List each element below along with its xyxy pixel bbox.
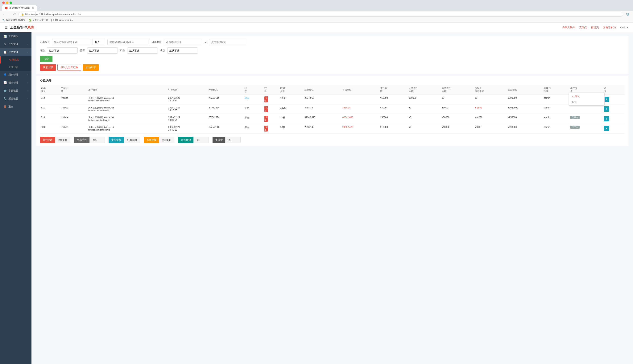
cell-valid: ¥0 bbox=[441, 95, 474, 104]
cell-close-price: 3454.34 bbox=[341, 104, 379, 114]
sidebar-item-logout[interactable]: 🚪 退出 bbox=[0, 103, 32, 111]
table-row: 810 timibbs 天美社区源码网 timibbs.nettimibbs.c… bbox=[40, 114, 624, 124]
tab-close-button[interactable]: ✕ bbox=[32, 6, 34, 10]
trade-table: 订单编号 交易账号 用户姓名 订单时间 产品信息 状态 方向 时间/点数 建仓点… bbox=[40, 85, 624, 134]
valid-value: ¥63000 bbox=[159, 137, 174, 143]
auto-refresh-button[interactable]: 自动刷新 bbox=[83, 64, 99, 71]
bookmark-2-icon: ✅ bbox=[29, 19, 32, 22]
recharge-link[interactable]: 充值(5) bbox=[579, 26, 587, 29]
detail-button[interactable]: ⊞ bbox=[604, 106, 609, 112]
date-end-input[interactable] bbox=[209, 39, 247, 45]
order-no-input[interactable] bbox=[52, 39, 90, 45]
cell-open-price: 2034.066 bbox=[303, 95, 341, 104]
pnl-label: 盈亏统计 bbox=[40, 137, 55, 143]
sidebar-item-users[interactable]: 👤 用户管理 › bbox=[0, 71, 32, 79]
filter-section: 订单编号 客户 全部 订单时间 至 涨跌 bbox=[36, 36, 628, 74]
cell-account: timibbs bbox=[60, 114, 87, 124]
status-label: 状态 bbox=[160, 49, 165, 52]
sidebar-item-system[interactable]: 🔧 系统设置 › bbox=[0, 95, 32, 103]
cell-status: 平仓 bbox=[243, 104, 263, 114]
cell-direction: 买涨 bbox=[263, 114, 279, 124]
entrust-value: ¥113000 bbox=[124, 137, 140, 143]
sidebar-item-params[interactable]: ⚙️ 参数设置 › bbox=[0, 87, 32, 95]
cell-buy-after: ¥1049800 bbox=[507, 104, 543, 114]
trade-order-link[interactable]: 交易订单(1) bbox=[603, 26, 616, 29]
cell-account: timibbs bbox=[60, 95, 87, 104]
rise-fall-select[interactable]: 默认不选 涨 跌 bbox=[47, 48, 78, 54]
table-section: 交易记录 订单编号 交易账号 用户姓名 订单时间 产品信息 状态 方向 时间/点… bbox=[36, 76, 628, 146]
cell-username: 天美社区源码网 timibbs.nettimibbs.com timibbs.v… bbox=[87, 95, 167, 104]
traffic-light-maximize[interactable] bbox=[10, 2, 12, 4]
reload-button[interactable]: ↺ bbox=[12, 12, 17, 16]
bookmark-2[interactable]: ✅ 认准->天美社区 bbox=[29, 18, 48, 22]
cell-buy-after: ¥999950 bbox=[507, 95, 543, 104]
online-count-link[interactable]: 在线人数(0) bbox=[562, 26, 575, 29]
hamburger-menu[interactable]: ☰ bbox=[5, 25, 8, 30]
submenu-flat-log[interactable]: 平仓日志 bbox=[0, 64, 32, 71]
dropdown-default[interactable]: ✓ 默认 bbox=[569, 94, 604, 99]
admin-label: admin bbox=[620, 26, 626, 29]
admin-user[interactable]: admin ▾ bbox=[620, 26, 628, 29]
pnl-negative: ¥-2850 bbox=[475, 106, 482, 109]
dropdown-pnl[interactable]: 盈亏 bbox=[569, 99, 604, 105]
cell-invalid: ¥0 bbox=[408, 104, 441, 114]
cell-username: 天美社区源码网 timibbs.nettimibbs.com timibbs.v… bbox=[87, 124, 167, 134]
bookmark-1[interactable]: 🔧 程序搭建/开发/修复 bbox=[2, 18, 26, 22]
sidebar-item-orders-label: 订单管理 bbox=[9, 50, 18, 54]
withdraw-link[interactable]: 提现(7) bbox=[591, 26, 599, 29]
summary-fee: 手续费 ¥0 bbox=[212, 137, 241, 143]
cell-order-time: 2024-02-2918:14:36 bbox=[167, 95, 208, 104]
traffic-light-close[interactable] bbox=[2, 2, 5, 4]
bookmark-3-icon: 💬 bbox=[51, 19, 54, 22]
status-select[interactable]: 默认不选 建仓 平仓 bbox=[167, 48, 198, 54]
detail-button[interactable]: ⊞ bbox=[604, 116, 609, 122]
cell-agent: admin bbox=[543, 95, 569, 104]
search-button[interactable]: 搜索 bbox=[40, 56, 53, 62]
params-icon: ⚙️ bbox=[4, 89, 7, 92]
customer-select[interactable]: 客户 全部 bbox=[93, 39, 105, 45]
detail-button[interactable]: ⊞ bbox=[604, 96, 609, 102]
sidebar-item-reports[interactable]: 📈 报表管理 › bbox=[0, 79, 32, 87]
search-all-button[interactable]: 搜索全部 bbox=[40, 64, 56, 71]
sidebar-item-orders[interactable]: 📋 订单管理 › bbox=[0, 48, 32, 56]
cell-account: timibbs bbox=[60, 104, 87, 114]
direction-buy-badge: 买跌 bbox=[264, 96, 268, 102]
sidebar-item-platform[interactable]: 📊 平台概况 bbox=[0, 32, 32, 40]
sidebar-item-params-label: 参数设置 bbox=[9, 89, 18, 92]
default-today-button[interactable]: 默认为当天订单 bbox=[58, 64, 81, 71]
date-start-input[interactable] bbox=[164, 39, 202, 45]
back-button[interactable]: ‹ bbox=[2, 12, 6, 16]
fee-label: 手续费 bbox=[212, 137, 225, 143]
title-red: 系统 bbox=[27, 26, 34, 29]
profit-loss-select[interactable]: 默认不选 盈利 亏损 bbox=[87, 48, 118, 54]
direction-buy-badge: 买涨 bbox=[264, 116, 268, 122]
browser-tab[interactable]: 互金所后台管理系统 ✕ bbox=[2, 5, 37, 11]
products-arrow-icon: › bbox=[28, 43, 28, 45]
cell-order-id: 810 bbox=[40, 114, 60, 124]
product-select[interactable]: 默认不选 bbox=[127, 48, 158, 54]
cell-operation: 已平仓 bbox=[569, 124, 603, 134]
extensions-button[interactable]: 🛡️ bbox=[624, 12, 631, 16]
cell-detail: ⊞ bbox=[603, 104, 624, 114]
cell-username: 天美社区源码网 timibbs.nettimibbs.com timibbs.v… bbox=[87, 104, 167, 114]
cell-order-time: 2024-02-2918:01:54 bbox=[167, 114, 208, 124]
table-header-row: 订单编号 交易账号 用户姓名 订单时间 产品信息 状态 方向 时间/点数 建仓点… bbox=[40, 85, 624, 95]
bookmark-3[interactable]: 💬 TG: @tianmeibbs bbox=[51, 19, 73, 22]
forward-button[interactable]: › bbox=[7, 12, 10, 16]
nickname-input[interactable] bbox=[107, 39, 149, 45]
traffic-light-minimize[interactable] bbox=[6, 2, 9, 4]
summary-invalid: 无效金额 ¥0 bbox=[178, 137, 209, 143]
detail-button[interactable]: ⊞ bbox=[604, 126, 609, 131]
cell-order-id: 811 bbox=[40, 104, 60, 114]
summary-trade-count: 交易手数 4笔 bbox=[74, 137, 105, 143]
platform-icon: 📊 bbox=[4, 35, 7, 38]
submenu-trade-flow[interactable]: 交易流水 bbox=[0, 56, 32, 64]
address-bar[interactable]: 🔒 https://weipan104.timibbs.vip/admin/or… bbox=[18, 12, 623, 16]
sidebar-item-products[interactable]: ₿ 产品管理 › bbox=[0, 40, 32, 48]
col-product: 产品信息 bbox=[207, 85, 243, 95]
cell-valid: ¥50000 bbox=[441, 114, 474, 124]
new-tab-button[interactable]: + bbox=[37, 5, 43, 11]
table-row: 812 timibbs 天美社区源码网 timibbs.nettimibbs.c… bbox=[40, 95, 624, 104]
closed-badge: 已平仓 bbox=[570, 126, 579, 129]
cell-product: XAU/USD bbox=[207, 124, 243, 134]
